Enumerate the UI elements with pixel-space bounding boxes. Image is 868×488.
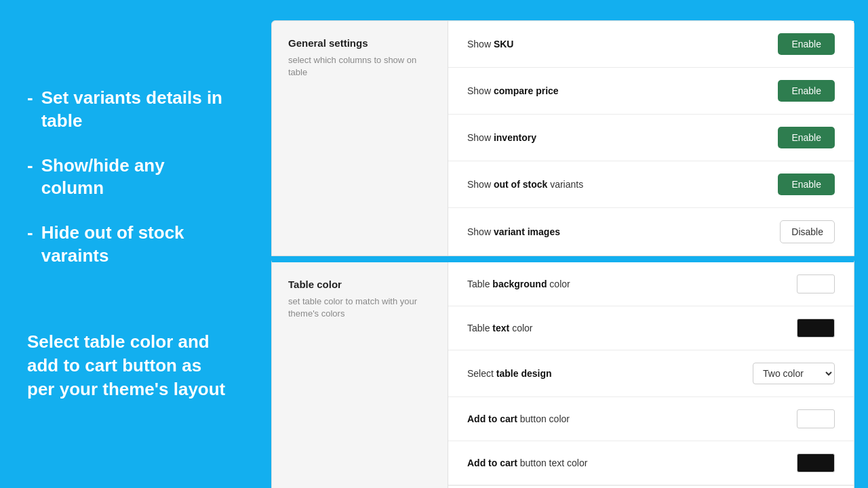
setting-row-variant-images: Show variant images Disable xyxy=(448,208,854,256)
general-settings-subtitle: select which columns to show on table xyxy=(288,54,431,79)
setting-label-sku-bold: SKU xyxy=(494,39,514,49)
bottom-description: Select table color and add to cart butto… xyxy=(27,330,231,401)
setting-label-variant-images: Show variant images xyxy=(467,226,560,237)
bullet-item-1: - Set variants details in table xyxy=(27,87,231,133)
setting-label-text-color-bold: text xyxy=(492,323,509,333)
setting-label-inventory-bold: inventory xyxy=(494,132,536,143)
setting-row-out-of-stock: Show out of stock variants Enable xyxy=(448,161,854,208)
table-color-inner: Table color set table color to match wit… xyxy=(272,262,854,488)
bullet-dash: - xyxy=(27,222,33,245)
save-row: Save xyxy=(448,485,854,488)
setting-label-compare-price: Show compare price xyxy=(467,85,559,96)
enable-compare-price-button[interactable]: Enable xyxy=(778,80,835,102)
setting-label-atc-color-bold: Add to cart xyxy=(467,413,517,424)
bg-color-swatch[interactable] xyxy=(797,274,835,293)
setting-row-atc-color: Add to cart button color xyxy=(448,397,854,441)
table-color-subtitle: set table color to match with your theme… xyxy=(288,296,431,320)
enable-sku-button[interactable]: Enable xyxy=(778,33,835,55)
setting-row-compare-price: Show compare price Enable xyxy=(448,68,854,115)
bullet-dash: - xyxy=(27,87,33,110)
table-design-select[interactable]: Two color One color Striped xyxy=(753,363,835,384)
setting-label-text-color: Table text color xyxy=(467,323,533,333)
feature-list: - Set variants details in table - Show/h… xyxy=(27,87,231,289)
setting-label-bg-color: Table background color xyxy=(467,279,570,289)
general-settings-content: Show SKU Enable Show compare price Enabl… xyxy=(448,21,854,256)
bullet-text-1: Set variants details in table xyxy=(41,87,231,133)
enable-out-of-stock-button[interactable]: Enable xyxy=(778,174,835,195)
general-settings-inner: General settings select which columns to… xyxy=(272,21,854,256)
setting-label-atc-text-color-bold: Add to cart xyxy=(467,458,517,468)
atc-text-color-swatch[interactable] xyxy=(797,453,835,472)
setting-row-table-design: Select table design Two color One color … xyxy=(448,350,854,397)
setting-label-inventory: Show inventory xyxy=(467,132,536,143)
table-color-title: Table color xyxy=(288,279,431,290)
disable-variant-images-button[interactable]: Disable xyxy=(780,220,835,243)
general-settings-card: General settings select which columns to… xyxy=(271,20,854,256)
general-settings-sidebar: General settings select which columns to… xyxy=(272,21,448,256)
setting-label-out-of-stock-bold: out of stock xyxy=(494,179,547,190)
table-color-content: Table background color Table text color … xyxy=(448,262,854,488)
bullet-item-2: - Show/hide any column xyxy=(27,155,231,201)
setting-label-compare-price-bold: compare price xyxy=(494,85,559,96)
setting-label-sku: Show SKU xyxy=(467,39,513,49)
bullet-item-3: - Hide out of stock varaints xyxy=(27,222,231,268)
setting-label-table-design: Select table design xyxy=(467,368,552,379)
setting-label-atc-text-color: Add to cart button text color xyxy=(467,458,587,468)
table-color-card: Table color set table color to match wit… xyxy=(271,260,854,488)
table-color-sidebar: Table color set table color to match wit… xyxy=(272,262,448,488)
left-panel: - Set variants details in table - Show/h… xyxy=(0,0,258,488)
setting-row-text-color: Table text color xyxy=(448,306,854,350)
enable-inventory-button[interactable]: Enable xyxy=(778,127,835,148)
atc-color-swatch[interactable] xyxy=(797,409,835,428)
setting-row-bg-color: Table background color xyxy=(448,262,854,306)
setting-row-sku: Show SKU Enable xyxy=(448,21,854,68)
bullet-text-2: Show/hide any column xyxy=(41,155,231,201)
setting-label-out-of-stock: Show out of stock variants xyxy=(467,179,583,190)
general-settings-title: General settings xyxy=(288,37,431,49)
setting-label-atc-color: Add to cart button color xyxy=(467,413,570,424)
bullet-text-3: Hide out of stock varaints xyxy=(41,222,231,268)
setting-row-inventory: Show inventory Enable xyxy=(448,115,854,161)
right-panel: General settings select which columns to… xyxy=(258,0,868,488)
setting-label-variant-images-bold: variant images xyxy=(494,226,560,237)
setting-row-atc-text-color: Add to cart button text color xyxy=(448,441,854,485)
setting-label-table-design-bold: table design xyxy=(496,368,552,379)
bullet-dash: - xyxy=(27,155,33,178)
text-color-swatch[interactable] xyxy=(797,319,835,338)
setting-label-bg-color-bold: background xyxy=(492,279,547,289)
